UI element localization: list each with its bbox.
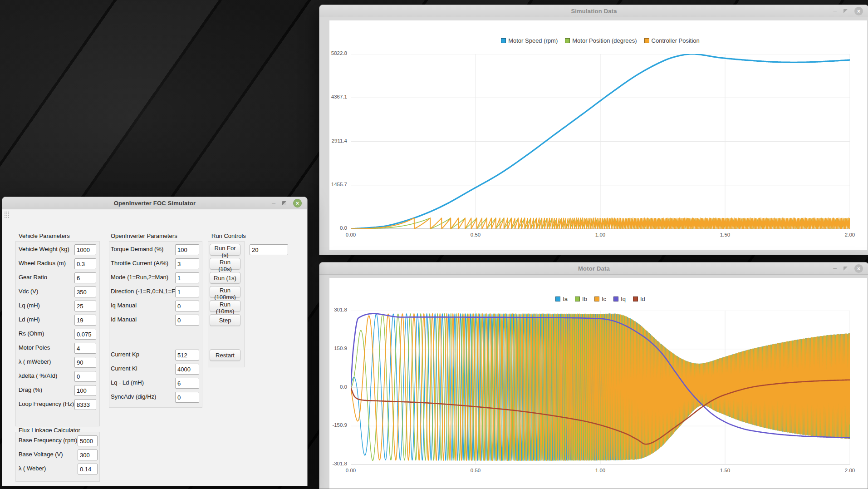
x-tick-label: 1.00 <box>587 232 614 237</box>
window-title: OpenInverter FOC Simulator <box>2 197 307 209</box>
close-icon: × <box>857 266 860 272</box>
field-label-ld-mh: Ld (mH) <box>19 316 40 323</box>
y-tick-label: 0.0 <box>319 225 347 231</box>
input-mode-1-run-2-man[interactable] <box>175 272 199 283</box>
input-ld-mh[interactable] <box>74 315 96 326</box>
close-button[interactable]: × <box>854 264 863 273</box>
simulation-chart-surface: Motor Speed (rpm)Motor Position (degrees… <box>319 17 868 255</box>
motor-data-window: Motor Data ─ × IaIbIcIqId301.8150.90.0-1… <box>319 262 868 489</box>
minimize-button[interactable]: ─ <box>833 266 837 271</box>
close-button[interactable]: × <box>293 199 302 207</box>
legend-label: Id <box>640 296 645 302</box>
input-throttle-current-a[interactable] <box>175 258 199 269</box>
x-tick-label: 2.00 <box>836 232 863 237</box>
y-tick-label: 301.8 <box>319 307 347 312</box>
input-base-voltage-v[interactable] <box>78 449 98 460</box>
y-tick-label: 2911.4 <box>319 138 347 143</box>
input-motor-poles[interactable] <box>74 343 96 354</box>
foc-window-titlebar[interactable]: OpenInverter FOC Simulator ─ × <box>2 197 307 209</box>
input-iq-manual[interactable] <box>175 301 199 311</box>
input-run-for-seconds[interactable] <box>250 244 288 255</box>
field-label-syncadv-dig-hz: SyncAdv (dig/Hz) <box>111 393 156 400</box>
field-label-base-frequency-rpm: Base Frequency (rpm) <box>19 437 77 444</box>
restore-icon[interactable] <box>843 9 848 13</box>
run-for-s-button[interactable]: Run For (s) <box>210 244 240 256</box>
minimize-button[interactable]: ─ <box>272 201 275 206</box>
input-vdc-v[interactable] <box>74 286 96 297</box>
simulation-chart: Motor Speed (rpm)Motor Position (degrees… <box>329 20 867 250</box>
x-tick-label: 0.50 <box>462 232 489 237</box>
drag-grip-icon[interactable] <box>4 211 10 218</box>
y-tick-label: -150.9 <box>319 422 347 428</box>
section-title-openinverter: OpenInverter Parameters <box>111 232 177 239</box>
input-mweber[interactable] <box>74 357 96 368</box>
field-label-mweber: λ ( mWeber) <box>19 358 51 365</box>
motor-window-titlebar[interactable]: Motor Data ─ × <box>319 262 868 275</box>
restore-icon[interactable] <box>282 201 286 205</box>
input-current-ki[interactable] <box>175 364 199 375</box>
step-button[interactable]: Step <box>210 314 240 326</box>
x-tick-label: 0.00 <box>337 468 364 473</box>
window-title: Simulation Data <box>319 5 868 17</box>
restart-button[interactable]: Restart <box>210 349 240 361</box>
x-tick-label: 0.50 <box>462 468 489 473</box>
input-id-manual[interactable] <box>175 315 199 326</box>
field-label-throttle-current-a: Throttle Current (A/%) <box>111 260 168 267</box>
legend-item-controller-position: Controller Position <box>644 37 700 44</box>
field-label-delta-aid: λdelta ( %/AId) <box>19 372 57 379</box>
legend-label: Ia <box>563 296 568 302</box>
input-gear-ratio[interactable] <box>74 272 96 283</box>
input-direction-1-r-0-n-1-f[interactable] <box>175 286 199 297</box>
minimize-button[interactable]: ─ <box>833 9 837 14</box>
input-syncadv-dig-hz[interactable] <box>175 392 199 403</box>
y-tick-label: 1455.7 <box>319 182 347 187</box>
input-drag[interactable] <box>74 385 96 396</box>
legend-label: Motor Speed (rpm) <box>508 37 558 44</box>
legend-label: Ib <box>582 296 587 302</box>
x-tick-label: 1.00 <box>587 468 614 473</box>
ib-swatch-icon <box>575 296 580 301</box>
restore-icon[interactable] <box>843 267 848 271</box>
foc-simulator-content: Vehicle Parameters OpenInverter Paramete… <box>2 209 307 486</box>
input-loop-frequency-hz[interactable] <box>74 399 96 410</box>
field-label-rs-ohm: Rs (Ohm) <box>19 330 44 337</box>
run-100ms-button[interactable]: Run (100ms) <box>210 286 240 298</box>
run-10s-button[interactable]: Run (10s) <box>210 258 240 270</box>
foc-simulator-window: OpenInverter FOC Simulator ─ × Vehicle P… <box>2 197 308 486</box>
run-1s-button[interactable]: Run (1s) <box>210 272 240 284</box>
run-10ms-button[interactable]: Run (10ms) <box>210 300 240 312</box>
x-tick-label: 1.50 <box>711 468 739 473</box>
motor-chart: IaIbIcIqId301.8150.90.0-150.9-301.80.000… <box>329 278 867 489</box>
ia-swatch-icon <box>555 296 560 301</box>
field-label-vdc-v: Vdc (V) <box>19 288 38 295</box>
input-base-frequency-rpm[interactable] <box>78 435 98 446</box>
field-label-drag: Drag (%) <box>19 386 42 393</box>
field-label-current-ki: Current Ki <box>111 365 137 372</box>
input-weber[interactable] <box>78 464 98 474</box>
y-tick-label: 150.9 <box>319 346 347 351</box>
input-torque-demand[interactable] <box>175 244 199 255</box>
field-label-wheel-radius-m: Wheel Radius (m) <box>19 260 66 267</box>
simulation-data-window: Simulation Data ─ × Motor Speed (rpm)Mot… <box>319 5 868 255</box>
field-label-vehicle-weight-kg: Vehicle Weight (kg) <box>19 246 69 252</box>
motor-position-degrees-swatch-icon <box>565 38 570 43</box>
legend-item-ia: Ia <box>555 295 568 302</box>
ic-swatch-icon <box>594 296 599 301</box>
input-wheel-radius-m[interactable] <box>74 258 96 269</box>
input-vehicle-weight-kg[interactable] <box>74 244 96 255</box>
input-current-kp[interactable] <box>175 350 199 361</box>
input-rs-ohm[interactable] <box>74 329 96 340</box>
x-tick-label: 0.00 <box>337 232 364 237</box>
input-delta-aid[interactable] <box>74 371 96 382</box>
close-button[interactable]: × <box>854 7 863 15</box>
input-lq-mh[interactable] <box>74 301 96 311</box>
chart-canvas <box>351 54 850 229</box>
legend-item-motor-position-degrees: Motor Position (degrees) <box>565 37 637 44</box>
close-icon: × <box>296 201 299 206</box>
field-label-iq-manual: Iq Manual <box>111 302 137 309</box>
field-label-id-manual: Id Manual <box>111 316 137 323</box>
simulation-window-titlebar[interactable]: Simulation Data ─ × <box>319 5 868 17</box>
motor-speed-rpm-swatch-icon <box>501 38 506 43</box>
input-lq-ld-mh[interactable] <box>175 378 199 389</box>
desktop-background: { "icons": { "minimize": "─", "close": "… <box>0 0 868 489</box>
